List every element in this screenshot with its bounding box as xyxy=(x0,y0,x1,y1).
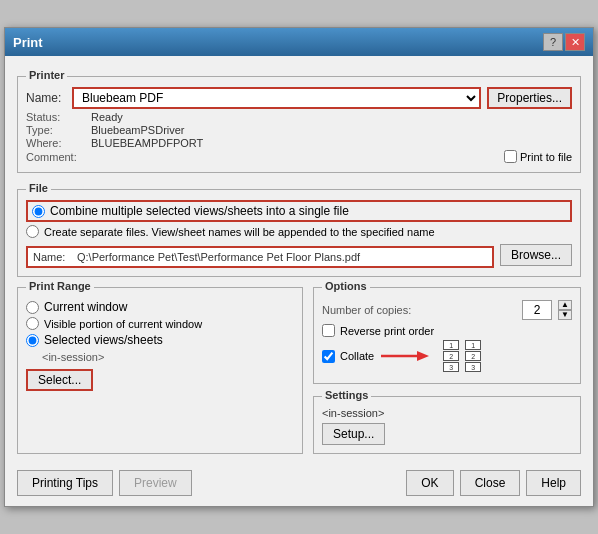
collate-label: Collate xyxy=(340,350,374,362)
settings-group: Settings <in-session> Setup... xyxy=(313,396,581,454)
visible-portion-row: Visible portion of current window xyxy=(26,317,294,330)
page-sheet-1: 1 xyxy=(443,340,459,350)
status-label: Status: xyxy=(26,111,91,123)
ok-button[interactable]: OK xyxy=(406,470,453,496)
printer-name-label: Name: xyxy=(26,91,66,105)
reverse-row: Reverse print order xyxy=(322,324,572,337)
in-session-text: <in-session> xyxy=(42,351,104,363)
current-window-label: Current window xyxy=(44,300,127,314)
print-dialog: Print ? ✕ Printer Name: Bluebeam PDF Pro… xyxy=(4,27,594,507)
in-session-container: <in-session> xyxy=(42,350,294,364)
options-content: Number of copies: ▲ ▼ Reverse print orde… xyxy=(322,300,572,372)
copies-input[interactable] xyxy=(522,300,552,320)
print-to-file-text: Print to file xyxy=(520,151,572,163)
page-sheet-6: 3 xyxy=(465,362,481,372)
print-range-label: Print Range xyxy=(26,280,94,292)
spin-down-button[interactable]: ▼ xyxy=(558,310,572,320)
print-to-file-checkbox[interactable] xyxy=(504,150,517,163)
copies-label: Number of copies: xyxy=(322,304,516,316)
current-window-radio[interactable] xyxy=(26,301,39,314)
close-dialog-button[interactable]: Close xyxy=(460,470,521,496)
svg-marker-1 xyxy=(417,351,429,361)
options-label: Options xyxy=(322,280,370,292)
where-label: Where: xyxy=(26,137,91,149)
file-name-input[interactable] xyxy=(77,251,487,263)
dialog-title: Print xyxy=(13,35,43,50)
status-value: Ready xyxy=(91,111,123,123)
print-range-group: Print Range Current window Visible porti… xyxy=(17,287,303,454)
type-row: Type: BluebeamPSDriver xyxy=(26,124,572,136)
comment-row: Comment: Print to file xyxy=(26,150,572,163)
print-range-options: Current window Visible portion of curren… xyxy=(26,300,294,391)
current-window-row: Current window xyxy=(26,300,294,314)
separate-radio[interactable] xyxy=(26,225,39,238)
bottom-left-buttons: Printing Tips Preview xyxy=(17,470,192,496)
close-button[interactable]: ✕ xyxy=(565,33,585,51)
page-sheet-5: 2 xyxy=(465,351,481,361)
select-btn-row: Select... xyxy=(26,369,294,391)
visible-portion-radio[interactable] xyxy=(26,317,39,330)
separate-radio-row: Create separate files. View/sheet names … xyxy=(26,225,572,238)
type-value: BluebeamPSDriver xyxy=(91,124,185,136)
properties-button[interactable]: Properties... xyxy=(487,87,572,109)
combine-radio[interactable] xyxy=(32,205,45,218)
comment-label: Comment: xyxy=(26,151,91,163)
selected-views-radio[interactable] xyxy=(26,334,39,347)
select-button[interactable]: Select... xyxy=(26,369,93,391)
status-row: Status: Ready xyxy=(26,111,572,123)
print-to-file-label[interactable]: Print to file xyxy=(504,150,572,163)
right-panel: Options Number of copies: ▲ ▼ xyxy=(313,287,581,454)
combine-radio-label: Combine multiple selected views/sheets i… xyxy=(50,204,349,218)
printer-name-row: Name: Bluebeam PDF Properties... xyxy=(26,87,572,109)
copies-spinner: ▲ ▼ xyxy=(558,300,572,320)
page-sheet-4: 1 xyxy=(465,340,481,350)
printer-select[interactable]: Bluebeam PDF xyxy=(72,87,481,109)
bottom-right-buttons: OK Close Help xyxy=(406,470,581,496)
where-value: BLUEBEAMPDFPORT xyxy=(91,137,203,149)
dialog-body: Printer Name: Bluebeam PDF Properties...… xyxy=(5,56,593,462)
preview-button[interactable]: Preview xyxy=(119,470,192,496)
settings-label: Settings xyxy=(322,389,371,401)
bottom-section: Print Range Current window Visible porti… xyxy=(17,287,581,454)
help-button[interactable]: ? xyxy=(543,33,563,51)
spin-up-button[interactable]: ▲ xyxy=(558,300,572,310)
copies-row: Number of copies: ▲ ▼ xyxy=(322,300,572,320)
title-bar: Print ? ✕ xyxy=(5,28,593,56)
file-name-row: Name: Browse... xyxy=(26,242,572,268)
selected-views-row: Selected views/sheets xyxy=(26,333,294,347)
collate-checkbox[interactable] xyxy=(322,350,335,363)
browse-button[interactable]: Browse... xyxy=(500,244,572,266)
file-name-label: Name: xyxy=(33,251,71,263)
arrow-annotation xyxy=(379,346,434,366)
title-bar-controls: ? ✕ xyxy=(543,33,585,51)
page-sheet-2: 2 xyxy=(443,351,459,361)
visible-portion-label: Visible portion of current window xyxy=(44,318,202,330)
printing-tips-button[interactable]: Printing Tips xyxy=(17,470,113,496)
file-group: File Combine multiple selected views/she… xyxy=(17,189,581,277)
file-group-label: File xyxy=(26,182,51,194)
collate-row: Collate 1 2 3 xyxy=(322,340,572,372)
options-group: Options Number of copies: ▲ ▼ xyxy=(313,287,581,384)
bottom-buttons: Printing Tips Preview OK Close Help xyxy=(5,462,593,506)
reverse-label: Reverse print order xyxy=(340,325,434,337)
printer-group: Printer Name: Bluebeam PDF Properties...… xyxy=(17,76,581,173)
page-sheet-3: 3 xyxy=(443,362,459,372)
separate-radio-label: Create separate files. View/sheet names … xyxy=(44,226,435,238)
combine-radio-row: Combine multiple selected views/sheets i… xyxy=(26,200,572,222)
selected-views-label: Selected views/sheets xyxy=(44,333,163,347)
reverse-checkbox[interactable] xyxy=(322,324,335,337)
settings-in-session: <in-session> xyxy=(322,407,572,419)
where-row: Where: BLUEBEAMPDFPORT xyxy=(26,137,572,149)
setup-button[interactable]: Setup... xyxy=(322,423,385,445)
help-dialog-button[interactable]: Help xyxy=(526,470,581,496)
type-label: Type: xyxy=(26,124,91,136)
printer-group-label: Printer xyxy=(26,69,67,81)
collate-icons: 1 2 3 1 2 3 xyxy=(443,340,481,372)
